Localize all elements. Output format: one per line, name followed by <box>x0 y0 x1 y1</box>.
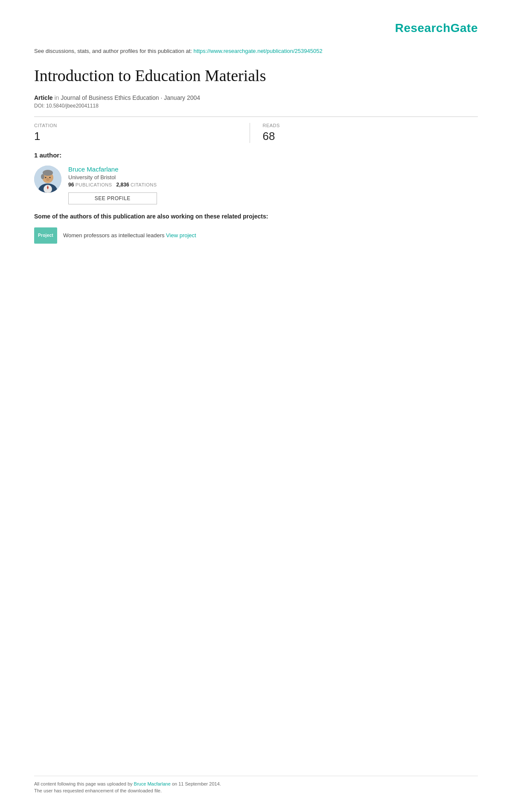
svg-point-8 <box>49 177 51 178</box>
authors-heading: 1 author: <box>34 151 478 159</box>
footer-prefix: All content following this page was uplo… <box>34 781 134 786</box>
svg-point-6 <box>41 174 44 179</box>
reads-value: 68 <box>263 130 478 143</box>
citation-value: 1 <box>34 130 250 143</box>
author-card: Bruce Macfarlane University of Bristol 9… <box>34 166 478 204</box>
project-text: Women professors as intellectual leaders <box>63 232 166 239</box>
doi-label: DOI: <box>34 103 45 109</box>
author-info: Bruce Macfarlane University of Bristol 9… <box>68 166 157 204</box>
top-notice: See discussions, stats, and author profi… <box>34 48 478 54</box>
project-badge: Project <box>34 227 57 244</box>
footer-line-1: All content following this page was uplo… <box>34 781 478 786</box>
stats-divider <box>34 116 478 117</box>
related-projects-heading: Some of the authors of this publication … <box>34 213 478 220</box>
author-avatar <box>34 166 61 193</box>
article-meta: Article in Journal of Business Ethics Ed… <box>34 94 478 101</box>
svg-point-7 <box>45 177 47 178</box>
doi-line: DOI: 10.5840/jbee20041118 <box>34 103 478 109</box>
stats-row: CITATION 1 READS 68 <box>34 123 478 143</box>
article-date: January 2004 <box>164 94 200 101</box>
citation-stat: CITATION 1 <box>34 123 250 143</box>
paper-title: Introduction to Education Materials <box>34 66 478 86</box>
author-institution: University of Bristol <box>68 174 157 180</box>
notice-text: See discussions, stats, and author profi… <box>34 48 194 54</box>
project-description: Women professors as intellectual leaders… <box>63 232 196 239</box>
page-footer: All content following this page was uplo… <box>34 776 478 795</box>
article-type: Article <box>34 94 53 101</box>
reads-label: READS <box>263 123 478 128</box>
in-label: in <box>54 94 61 101</box>
notice-link[interactable]: https://www.researchgate.net/publication… <box>194 48 323 54</box>
project-badge-label: Project <box>38 233 53 238</box>
researchgate-logo: ResearchGate <box>395 21 478 35</box>
citation-label: CITATION <box>34 123 250 128</box>
footer-line-2: The user has requested enhancement of th… <box>34 788 478 793</box>
see-profile-button[interactable]: SEE PROFILE <box>68 192 157 204</box>
author-name[interactable]: Bruce Macfarlane <box>68 166 157 173</box>
header: ResearchGate <box>34 13 478 48</box>
footer-author-link[interactable]: Bruce Macfarlane <box>134 781 171 786</box>
view-project-link[interactable]: View project <box>166 232 196 239</box>
footer-suffix: on 11 September 2014. <box>172 781 221 786</box>
svg-point-5 <box>43 170 53 176</box>
author-stats: 96 PUBLICATIONS 2,836 CITATIONS <box>68 182 157 188</box>
doi-value: 10.5840/jbee20041118 <box>46 103 99 109</box>
project-row: Project Women professors as intellectual… <box>34 227 478 244</box>
journal-name: Journal of Business Ethics Education <box>61 94 159 101</box>
reads-stat: READS 68 <box>250 123 478 143</box>
